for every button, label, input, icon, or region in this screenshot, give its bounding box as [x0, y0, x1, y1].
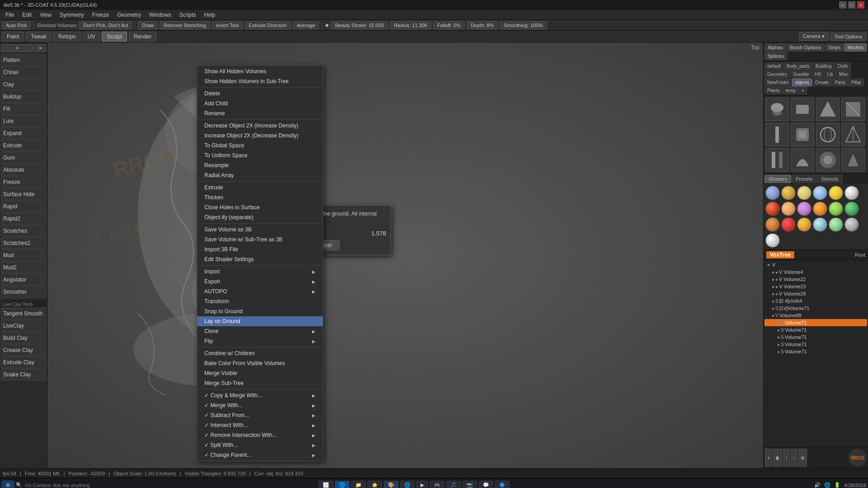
- explorer-button[interactable]: 📁: [351, 481, 366, 488]
- extrude-direction-button[interactable]: Extrude Direction: [245, 21, 291, 29]
- vox-1x-volume71[interactable]: ● S [1x]Volume71: [764, 305, 867, 312]
- panel-icon-1[interactable]: ≡: [1, 44, 33, 52]
- shader-peach[interactable]: [781, 202, 796, 216]
- tool-extrude[interactable]: Extrude: [1, 140, 46, 151]
- tab-models[interactable]: Models: [844, 43, 866, 52]
- tool-lute[interactable]: Lute: [1, 115, 46, 127]
- ctx-show-hidden-sub[interactable]: Show Hidden Volumes in Sub-Tree: [197, 76, 323, 86]
- average-button[interactable]: Average: [292, 21, 319, 29]
- app5-button[interactable]: 🎮: [430, 481, 444, 488]
- tool-liveclay[interactable]: LiveClay: [1, 320, 46, 332]
- app7-button[interactable]: 📷: [462, 481, 477, 488]
- tool-expand[interactable]: Expand: [1, 127, 46, 139]
- vox-volume88[interactable]: ● V Volume88: [764, 312, 867, 319]
- mode-uv[interactable]: UV: [83, 32, 100, 42]
- menu-help[interactable]: Help: [200, 11, 219, 19]
- tool-buildup[interactable]: Buildup: [1, 91, 46, 103]
- tool-flatten[interactable]: Flatten: [1, 54, 46, 66]
- mode-paint[interactable]: Paint: [2, 32, 24, 42]
- ctx-copy-merge-with[interactable]: ✓ Copy & Merge With... ▶: [197, 390, 323, 400]
- ctx-show-all-hidden[interactable]: Show All Hidden Volumes: [197, 66, 323, 76]
- app1-button[interactable]: ⭐: [368, 481, 382, 488]
- auto-pick-button[interactable]: Auto Pick: [2, 21, 31, 29]
- vox-volume71-selected[interactable]: ● S Volume71: [764, 319, 867, 326]
- shader-gray[interactable]: [844, 217, 859, 232]
- falloff-value[interactable]: Falloff: 0%: [433, 21, 465, 29]
- vox-volume22[interactable]: ● ● V Volume22: [764, 276, 867, 283]
- shader-orange[interactable]: [813, 202, 827, 216]
- tab-alphas[interactable]: Alphas: [764, 43, 786, 52]
- tool-mud2[interactable]: Mud2: [1, 262, 46, 273]
- model-thumb-4[interactable]: [841, 98, 865, 121]
- menu-edit[interactable]: Edit: [19, 11, 35, 19]
- subtab-misc[interactable]: Misc: [836, 70, 851, 78]
- ctx-merge-subtree[interactable]: Merge Sub-Tree: [197, 378, 323, 388]
- app6-button[interactable]: 🎵: [446, 481, 461, 488]
- model-thumb-9[interactable]: [765, 148, 789, 172]
- shader-light-green[interactable]: [829, 217, 843, 232]
- mode-retopo[interactable]: Retopo: [53, 32, 81, 42]
- ctx-flip[interactable]: Flip ▶: [197, 336, 323, 346]
- start-button[interactable]: ⊞: [2, 481, 14, 488]
- mode-sculpt[interactable]: Sculpt: [102, 32, 127, 42]
- ctx-change-parent[interactable]: ✓ Change Parent... ▶: [197, 450, 323, 460]
- model-thumb-1[interactable]: [765, 98, 789, 121]
- draw-button[interactable]: Draw: [138, 21, 158, 29]
- tool-gum[interactable]: Gum: [1, 152, 46, 164]
- model-thumb-10[interactable]: [791, 148, 814, 172]
- shader-gold[interactable]: [781, 186, 796, 200]
- ctx-global-space[interactable]: To Global Space: [197, 141, 323, 150]
- ctx-autopo[interactable]: AUTOPO ▶: [197, 286, 323, 296]
- shader-white[interactable]: [765, 233, 780, 248]
- model-thumb-7[interactable]: [816, 123, 840, 146]
- ctx-subtract-from[interactable]: ✓ Subtract From... ▶: [197, 410, 323, 420]
- model-thumb-6[interactable]: [791, 123, 814, 146]
- menu-view[interactable]: View: [36, 11, 55, 19]
- ctx-bake-color[interactable]: Bake Color From Visible Volumes: [197, 358, 323, 368]
- ctx-resample[interactable]: Resample: [197, 160, 323, 170]
- vox-volume23[interactable]: ● ● V Volume23: [764, 283, 867, 290]
- tab-shaders[interactable]: Shaders: [764, 175, 791, 183]
- ctx-export[interactable]: Export ▶: [197, 277, 323, 286]
- shader-purple[interactable]: [797, 202, 811, 216]
- ctx-uniform-space[interactable]: To Uniform Space: [197, 150, 323, 160]
- subtab-temp[interactable]: temp: [783, 87, 798, 94]
- task-view-button[interactable]: ⬜: [319, 481, 333, 488]
- shader-red[interactable]: [765, 202, 780, 216]
- vox-delete-button[interactable]: 🗑: [773, 449, 782, 467]
- menu-file[interactable]: File: [2, 11, 18, 19]
- steady-stroke-value[interactable]: Steady Stroke: 15.000: [330, 21, 388, 29]
- tool-freeze[interactable]: Freeze: [1, 176, 46, 188]
- depth-value[interactable]: Depth: 8%: [467, 21, 498, 29]
- ctx-objectify[interactable]: Object-ify (separate): [197, 212, 323, 222]
- tool-surface-hide[interactable]: Surface Hide: [1, 188, 46, 200]
- model-thumb-5[interactable]: [765, 123, 789, 146]
- ctx-split-with[interactable]: ✓ Split With... ▶: [197, 440, 323, 450]
- ctx-increase-2x[interactable]: Increase Object 2X (Decrease Density): [197, 131, 323, 141]
- tool-options-button[interactable]: Tool Options: [830, 33, 866, 41]
- subtab-default[interactable]: default: [764, 62, 783, 70]
- tool-snake-clay[interactable]: Snake Clay: [1, 369, 46, 380]
- ctx-delete[interactable]: Delete: [197, 89, 323, 99]
- ctx-lay-on-ground[interactable]: Lay on Ground: [197, 316, 323, 326]
- tab-presets[interactable]: Presets: [792, 175, 816, 183]
- ctx-close-holes[interactable]: Close Holes in Surface: [197, 202, 323, 212]
- ctx-transform[interactable]: Transform: [197, 296, 323, 306]
- ctx-intersect-with[interactable]: ✓ Intersect With... ▶: [197, 420, 323, 430]
- vox-volume71-b[interactable]: ● S Volume71: [764, 333, 867, 341]
- dont-pick-button[interactable]: Don't Pick, Don't Act: [79, 21, 132, 29]
- shader-bright-gold[interactable]: [829, 186, 843, 200]
- subtab-ornate[interactable]: Ornate: [812, 79, 832, 86]
- vox-root[interactable]: ▼ V: [764, 261, 867, 268]
- tool-tangent-smooth[interactable]: Tangent Smooth: [1, 308, 46, 319]
- ctx-merge-visible[interactable]: Merge Visible: [197, 368, 323, 378]
- remove-stretching-button[interactable]: Remove Stretching: [160, 21, 210, 29]
- app9-button[interactable]: 🔷: [495, 481, 509, 488]
- vox-cloth4[interactable]: ● S [0.4]cloth4: [764, 297, 867, 305]
- subtab-cloth[interactable]: Cloth: [835, 62, 850, 70]
- tool-mud[interactable]: Mud: [1, 249, 46, 261]
- tool-rapid2[interactable]: Rapid2: [1, 213, 46, 225]
- ctx-radial-array[interactable]: Radial Array: [197, 170, 323, 180]
- ctx-decrease-2x[interactable]: Decrease Object 2X (Increase Density): [197, 121, 323, 131]
- menu-scripts[interactable]: Scripts: [176, 11, 200, 19]
